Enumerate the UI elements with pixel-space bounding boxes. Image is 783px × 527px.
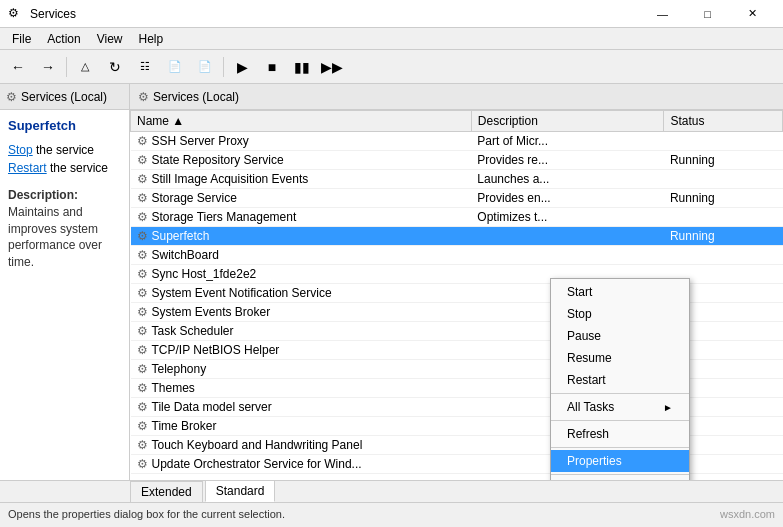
context-menu-item-restart[interactable]: Restart (551, 369, 689, 391)
context-menu-item-pause[interactable]: Pause (551, 325, 689, 347)
right-panel-icon: ⚙ (138, 90, 149, 104)
description-text: Maintains and improves system performanc… (8, 205, 102, 269)
service-name-cell: ⚙Update Orchestrator Service for Wind... (131, 455, 472, 474)
toolbar-props[interactable]: 📄 (191, 53, 219, 81)
minimize-button[interactable]: — (640, 0, 685, 28)
context-menu-separator (551, 447, 689, 448)
table-row[interactable]: ⚙State Repository ServiceProvides re...R… (131, 151, 783, 170)
service-name-cell: ⚙SwitchBoard (131, 246, 472, 265)
panel-actions: Stop the service (8, 143, 121, 157)
service-desc-cell: Optimizes t... (471, 208, 664, 227)
right-panel-title-text: Services (Local) (153, 90, 239, 104)
stop-service-link[interactable]: Stop (8, 143, 33, 157)
toolbar-back[interactable]: ← (4, 53, 32, 81)
context-menu-separator (551, 393, 689, 394)
stop-service-text: the service (33, 143, 94, 157)
toolbar-sep-1 (66, 57, 67, 77)
context-menu-item-stop[interactable]: Stop (551, 303, 689, 325)
title-bar: ⚙ Services — □ ✕ (0, 0, 783, 28)
service-name-cell: ⚙Superfetch (131, 227, 472, 246)
service-desc-cell (471, 227, 664, 246)
toolbar-forward[interactable]: → (34, 53, 62, 81)
left-panel-icon: ⚙ (6, 90, 17, 104)
service-name-cell: ⚙Task Scheduler (131, 322, 472, 341)
table-row[interactable]: ⚙SwitchBoard (131, 246, 783, 265)
table-row[interactable]: ⚙Storage ServiceProvides en...Running (131, 189, 783, 208)
service-desc-cell: Launches a... (471, 170, 664, 189)
toolbar-map[interactable]: ☷ (131, 53, 159, 81)
service-name-cell: ⚙System Events Broker (131, 303, 472, 322)
context-menu-item-all-tasks[interactable]: All Tasks► (551, 396, 689, 418)
service-name-cell: ⚙Tile Data model server (131, 398, 472, 417)
table-row[interactable]: ⚙SuperfetchRunning (131, 227, 783, 246)
service-name-cell: ⚙System Event Notification Service (131, 284, 472, 303)
service-name-cell: ⚙Sync Host_1fde2e2 (131, 265, 472, 284)
service-name-cell: ⚙Still Image Acquisition Events (131, 170, 472, 189)
restart-service-link[interactable]: Restart (8, 161, 47, 175)
menu-bar: File Action View Help (0, 28, 783, 50)
table-row[interactable]: ⚙Storage Tiers ManagementOptimizes t... (131, 208, 783, 227)
col-status[interactable]: Status (664, 111, 783, 132)
app-icon: ⚙ (8, 6, 24, 22)
toolbar-sep-2 (223, 57, 224, 77)
right-panel-header: ⚙ Services (Local) (130, 84, 783, 109)
panel-description: Description: Maintains and improves syst… (8, 187, 121, 271)
toolbar-restart[interactable]: ▶▶ (318, 53, 346, 81)
table-row[interactable]: ⚙Still Image Acquisition EventsLaunches … (131, 170, 783, 189)
window-controls: — □ ✕ (640, 0, 775, 28)
context-menu-item-refresh[interactable]: Refresh (551, 423, 689, 445)
service-status-cell (664, 132, 783, 151)
left-panel-header: ⚙ Services (Local) (0, 84, 130, 109)
tab-standard[interactable]: Standard (205, 480, 276, 502)
context-menu-item-resume[interactable]: Resume (551, 347, 689, 369)
service-desc-cell: Provides re... (471, 151, 664, 170)
context-menu-item-properties[interactable]: Properties (551, 450, 689, 472)
menu-view[interactable]: View (89, 30, 131, 48)
description-heading: Description: (8, 188, 78, 202)
service-desc-cell: Part of Micr... (471, 132, 664, 151)
maximize-button[interactable]: □ (685, 0, 730, 28)
service-name-cell: ⚙Time Broker (131, 417, 472, 436)
context-menu: StartStopPauseResumeRestartAll Tasks►Ref… (550, 278, 690, 480)
toolbar-play[interactable]: ▶ (228, 53, 256, 81)
tab-extended[interactable]: Extended (130, 481, 203, 502)
table-row[interactable]: ⚙SSH Server ProxyPart of Micr... (131, 132, 783, 151)
table-header: Name ▲ Description Status (131, 111, 783, 132)
panel-restart-action: Restart the service (8, 161, 121, 175)
right-panel: Name ▲ Description Status ⚙SSH Server Pr… (130, 110, 783, 480)
col-description[interactable]: Description (471, 111, 664, 132)
service-name-cell: ⚙Storage Tiers Management (131, 208, 472, 227)
service-name-cell: ⚙State Repository Service (131, 151, 472, 170)
service-name-cell: ⚙Touch Keyboard and Handwriting Panel (131, 436, 472, 455)
service-desc-cell (471, 246, 664, 265)
left-panel: Superfetch Stop the service Restart the … (0, 110, 130, 480)
service-name-cell: ⚙Telephony (131, 360, 472, 379)
toolbar-up[interactable]: △ (71, 53, 99, 81)
toolbar-doc[interactable]: 📄 (161, 53, 189, 81)
toolbar-pause[interactable]: ▮▮ (288, 53, 316, 81)
status-bar: Opens the properties dialog box for the … (0, 502, 783, 524)
close-button[interactable]: ✕ (730, 0, 775, 28)
status-text: Opens the properties dialog box for the … (8, 508, 285, 520)
left-panel-title-text: Services (Local) (21, 90, 107, 104)
panel-service-name: Superfetch (8, 118, 121, 133)
context-menu-item-start[interactable]: Start (551, 281, 689, 303)
menu-file[interactable]: File (4, 30, 39, 48)
toolbar: ← → △ ↻ ☷ 📄 📄 ▶ ■ ▮▮ ▶▶ (0, 50, 783, 84)
toolbar-refresh[interactable]: ↻ (101, 53, 129, 81)
context-menu-item-help[interactable]: Help (551, 477, 689, 480)
toolbar-stop[interactable]: ■ (258, 53, 286, 81)
service-name-cell: ⚙TCP/IP NetBIOS Helper (131, 341, 472, 360)
col-name[interactable]: Name ▲ (131, 111, 472, 132)
menu-help[interactable]: Help (131, 30, 172, 48)
service-name-cell: ⚙Themes (131, 379, 472, 398)
service-name-cell: ⚙Storage Service (131, 189, 472, 208)
service-status-cell (664, 170, 783, 189)
service-status-cell: Running (664, 151, 783, 170)
service-status-cell: Running (664, 227, 783, 246)
menu-action[interactable]: Action (39, 30, 88, 48)
top-panel-bar: ⚙ Services (Local) ⚙ Services (Local) (0, 84, 783, 110)
watermark: wsxdn.com (720, 508, 775, 520)
service-desc-cell: Provides en... (471, 189, 664, 208)
context-menu-separator (551, 474, 689, 475)
